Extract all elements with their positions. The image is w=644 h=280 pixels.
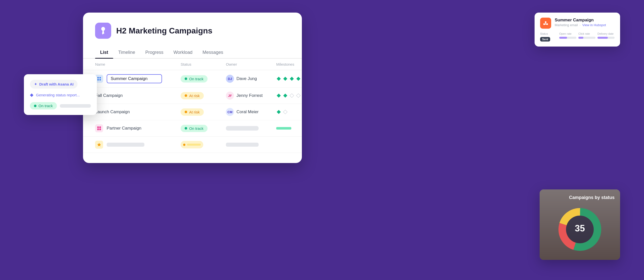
generating-text: Generating status report... [36, 93, 80, 97]
hs-col-open-rate: Open rate [559, 32, 576, 42]
hs-status-badge: Sent [540, 37, 550, 42]
hubspot-integration-card: Summer Campaign Marketing email · View i… [535, 13, 620, 47]
avatar: CM [226, 108, 234, 116]
task-name: Partner Campaign [107, 126, 141, 131]
hs-col-status: Status Sent [540, 32, 557, 42]
ai-assistant-card: ✦ Draft with Asana AI ◆ Generating statu… [24, 74, 97, 115]
draft-button-label: Draft with Asana AI [39, 82, 73, 86]
status-cell: At risk [181, 92, 226, 99]
status-text-placeholder [187, 144, 201, 146]
status-badge-at-risk[interactable]: At risk [181, 92, 204, 99]
ai-generating-row: ◆ Generating status report... [30, 92, 91, 98]
svg-marker-7 [296, 77, 300, 81]
ai-status-badge: On track [30, 102, 57, 109]
status-label: At risk [189, 110, 200, 114]
row-name-cell: Launch Campaign [95, 109, 181, 114]
name-placeholder [107, 143, 144, 147]
milestones-cell [276, 109, 302, 114]
svg-rect-21 [545, 23, 546, 25]
hs-subtitle: Marketing email · View in Hubspot [555, 23, 606, 27]
ai-status-preview: On track [30, 102, 91, 109]
donut-chart: 35 [545, 204, 615, 255]
task-name: Fall Campaign [95, 93, 123, 98]
col-header-milestones: Milestones [276, 62, 302, 66]
svg-rect-1 [100, 77, 101, 78]
ai-sparkle-icon: ✦ [34, 82, 37, 87]
hs-bar [559, 37, 576, 39]
draft-with-ai-button[interactable]: ✦ Draft with Asana AI [30, 80, 77, 89]
svg-marker-10 [283, 94, 287, 98]
status-dot-placeholder [183, 144, 185, 146]
svg-rect-2 [97, 79, 99, 81]
row-name-cell: Partner Campaign [95, 124, 181, 132]
hs-campaign-title: Summer Campaign [555, 18, 606, 23]
hs-col-label: Open rate [559, 32, 576, 35]
status-placeholder [181, 141, 203, 148]
campaigns-by-status-card: Campaigns by status 35 [540, 189, 620, 260]
tab-progress[interactable]: Progress [140, 46, 168, 59]
svg-marker-6 [290, 77, 294, 81]
main-project-card: H2 Marketing Campaigns List Timeline Pro… [83, 13, 302, 163]
project-title: H2 Marketing Campaigns [116, 26, 212, 35]
col-header-status: Status [181, 62, 226, 66]
col-header-owner: Owner [226, 62, 276, 66]
svg-marker-19 [97, 143, 101, 146]
owner-name: Dave Jung [236, 76, 257, 81]
hubspot-logo [540, 18, 551, 29]
project-icon [95, 23, 111, 39]
avatar: JF [226, 92, 234, 100]
svg-marker-9 [277, 94, 281, 98]
svg-rect-0 [97, 77, 99, 78]
owner-cell: CM Coral Meier [226, 108, 276, 116]
tab-workload[interactable]: Workload [168, 46, 197, 59]
owner-cell: DJ Dave Jung [226, 75, 276, 83]
table-row: Launch Campaign At risk CM Coral Meier [83, 104, 302, 120]
status-label: At risk [189, 94, 200, 98]
svg-marker-12 [296, 94, 300, 98]
table-row: Fall Campaign At risk JF Jenny Forrest [83, 88, 302, 104]
milestones-cell [276, 76, 302, 81]
tab-messages[interactable]: Messages [197, 46, 228, 59]
owner-name: Coral Meier [236, 109, 259, 114]
row-name-cell [95, 141, 181, 149]
hs-col-delivery-date: Delivery date [597, 32, 615, 42]
status-dot [185, 111, 187, 113]
status-badge-on-track[interactable]: On track [181, 75, 208, 83]
task-icon-pink [95, 124, 103, 132]
owner-placeholder [226, 143, 259, 147]
hs-header: Summer Campaign Marketing email · View i… [540, 18, 615, 29]
svg-point-20 [545, 21, 547, 23]
status-label: On track [189, 77, 204, 81]
hs-col-label: Delivery date [597, 32, 615, 35]
hs-view-link[interactable]: View in Hubspot [582, 23, 606, 27]
hs-bar [578, 37, 595, 39]
ai-text-placeholder [60, 104, 91, 108]
hs-bar-fill [578, 37, 583, 39]
milestone-placeholder [276, 127, 291, 130]
status-dot [185, 127, 187, 130]
milestones-cell [276, 93, 302, 98]
tab-list[interactable]: List [95, 46, 113, 59]
hs-bar-fill [559, 37, 567, 39]
svg-rect-18 [99, 129, 101, 130]
hs-col-click-rate: Click rate [578, 32, 595, 42]
svg-marker-4 [277, 77, 281, 81]
table-header: Name Status Owner Milestones [83, 59, 302, 70]
status-dot [185, 77, 187, 80]
task-icon-star [95, 141, 103, 149]
table-row: On track DJ Dave Jung [83, 70, 302, 88]
task-name-input[interactable] [107, 74, 162, 83]
svg-marker-13 [277, 110, 281, 114]
tab-timeline[interactable]: Timeline [113, 46, 140, 59]
avatar: DJ [226, 75, 234, 83]
owner-placeholder [226, 126, 259, 131]
hs-bar [597, 37, 615, 39]
status-badge-on-track[interactable]: On track [181, 125, 208, 132]
status-dot [185, 94, 187, 97]
status-cell: On track [181, 125, 226, 132]
status-badge-at-risk[interactable]: At risk [181, 108, 204, 116]
row-name-cell [95, 74, 181, 83]
ai-diamond-icon: ◆ [30, 92, 33, 98]
svg-rect-25 [544, 24, 545, 25]
col-header-name: Name [95, 62, 181, 66]
